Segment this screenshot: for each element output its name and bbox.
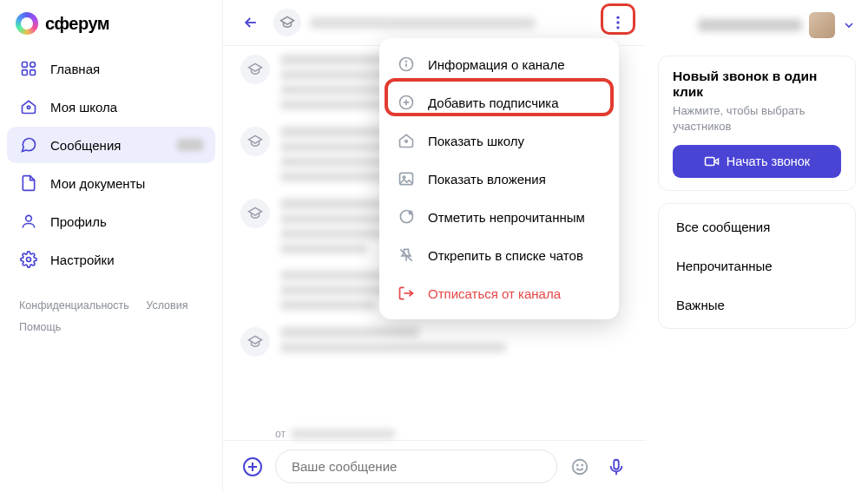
sidebar-item-messages[interactable]: Сообщения	[7, 127, 215, 163]
chevron-down-icon	[842, 18, 856, 32]
svg-point-19	[409, 211, 413, 215]
logo-row: сферум	[7, 12, 215, 50]
svg-point-28	[582, 464, 582, 465]
svg-rect-3	[30, 70, 36, 75]
school-icon	[19, 97, 38, 116]
message-filters: Все сообщения Непрочитанные Важные	[658, 203, 856, 329]
menu-mark-unread[interactable]: Отметить непрочитанным	[379, 198, 619, 236]
sidebar-item-label: Мои документы	[50, 176, 145, 191]
new-call-card: Новый звонок в один клик Нажмите, чтобы …	[658, 56, 856, 191]
menu-label: Показать школу	[428, 134, 524, 148]
menu-unpin[interactable]: Открепить в списке чатов	[379, 236, 619, 274]
menu-add-subscriber[interactable]: Добавить подписчика	[379, 83, 619, 121]
from-label: от	[275, 428, 286, 440]
voice-button[interactable]	[602, 453, 630, 481]
emoji-button[interactable]	[566, 453, 594, 481]
sidebar-item-label: Главная	[50, 62, 100, 76]
sidebar-item-documents[interactable]: Мои документы	[7, 165, 215, 201]
document-icon	[19, 174, 38, 193]
menu-label: Открепить в списке чатов	[428, 248, 583, 263]
chat-title-redacted	[310, 17, 536, 29]
svg-rect-31	[705, 158, 714, 166]
logo-icon	[16, 12, 38, 35]
menu-label: Отписаться от канала	[428, 286, 561, 301]
unpin-icon	[397, 246, 416, 265]
more-options-button[interactable]	[604, 9, 632, 36]
svg-point-6	[27, 258, 31, 262]
sidebar: сферум Главная Моя школа Сообщения	[0, 0, 222, 492]
menu-show-school[interactable]: Показать школу	[379, 121, 619, 160]
menu-unsubscribe[interactable]: Отписаться от канала	[379, 274, 619, 312]
user-icon	[19, 212, 38, 231]
school-icon	[397, 131, 416, 150]
brand-name: сферум	[45, 14, 109, 34]
footer-terms[interactable]: Условия	[146, 299, 187, 312]
svg-rect-2	[23, 70, 28, 75]
menu-label: Отметить непрочитанным	[428, 210, 585, 225]
sidebar-item-settings[interactable]: Настройки	[7, 241, 215, 278]
svg-point-18	[403, 176, 405, 179]
info-icon	[397, 55, 416, 74]
menu-show-attachments[interactable]: Показать вложения	[379, 160, 619, 198]
reply-indicator: от	[223, 424, 646, 440]
menu-label: Информация о канале	[428, 57, 564, 72]
chat-icon	[19, 135, 38, 154]
unread-badge	[177, 139, 203, 151]
message-avatar-icon	[240, 199, 270, 228]
svg-rect-1	[30, 62, 36, 68]
footer-help[interactable]: Помощь	[19, 321, 61, 333]
svg-rect-0	[23, 62, 28, 68]
svg-point-5	[26, 215, 32, 221]
current-user[interactable]	[658, 12, 856, 43]
menu-channel-info[interactable]: Информация о канале	[379, 45, 619, 83]
call-card-subtitle: Нажмите, чтобы выбрать участников	[673, 103, 841, 134]
channel-avatar[interactable]	[273, 9, 301, 36]
call-card-title: Новый звонок в один клик	[673, 69, 841, 100]
image-icon	[397, 169, 416, 188]
composer	[223, 440, 646, 492]
sidebar-item-label: Профиль	[50, 214, 107, 229]
channel-options-menu: Информация о канале Добавить подписчика …	[379, 38, 619, 319]
filter-all[interactable]: Все сообщения	[673, 207, 841, 246]
svg-point-12	[406, 61, 407, 62]
menu-label: Добавить подписчика	[428, 95, 559, 110]
unread-icon	[397, 207, 416, 226]
sidebar-nav: Главная Моя школа Сообщения Мои докуме	[7, 50, 215, 278]
sidebar-item-label: Сообщения	[50, 138, 121, 153]
call-button-label: Начать звонок	[727, 154, 810, 168]
plus-circle-icon	[397, 93, 416, 112]
message-avatar-icon	[240, 55, 270, 84]
logout-icon	[397, 284, 416, 303]
footer-privacy[interactable]: Конфиденциальность	[19, 299, 129, 312]
menu-label: Показать вложения	[428, 172, 546, 187]
svg-point-9	[616, 26, 619, 29]
gear-icon	[19, 250, 38, 269]
right-panel: Новый звонок в один клик Нажмите, чтобы …	[646, 0, 868, 492]
sidebar-item-label: Настройки	[50, 253, 115, 267]
sidebar-item-label: Моя школа	[50, 100, 117, 115]
grid-icon	[19, 59, 38, 78]
sidebar-item-main[interactable]: Главная	[7, 50, 215, 87]
filter-important[interactable]: Важные	[673, 285, 841, 325]
back-button[interactable]	[237, 9, 265, 36]
sidebar-item-school[interactable]: Моя школа	[7, 89, 215, 125]
filter-unread[interactable]: Непрочитанные	[673, 246, 841, 285]
video-icon	[704, 154, 720, 169]
username-redacted	[698, 19, 802, 31]
sidebar-item-profile[interactable]: Профиль	[7, 203, 215, 239]
avatar	[809, 12, 835, 38]
svg-point-26	[573, 459, 588, 474]
svg-rect-29	[614, 459, 619, 469]
message-input[interactable]	[275, 449, 557, 483]
chat-panel: Информация о канале Добавить подписчика …	[222, 0, 646, 492]
svg-point-7	[616, 16, 619, 19]
message-avatar-icon	[240, 327, 270, 357]
attach-button[interactable]	[239, 453, 266, 481]
start-call-button[interactable]: Начать звонок	[673, 145, 841, 178]
message-avatar-icon	[240, 127, 270, 156]
svg-point-4	[27, 106, 30, 108]
message	[240, 327, 628, 357]
svg-point-16	[405, 141, 408, 143]
footer-links: Конфиденциальность Условия Помощь	[7, 295, 215, 338]
svg-point-8	[616, 21, 619, 23]
